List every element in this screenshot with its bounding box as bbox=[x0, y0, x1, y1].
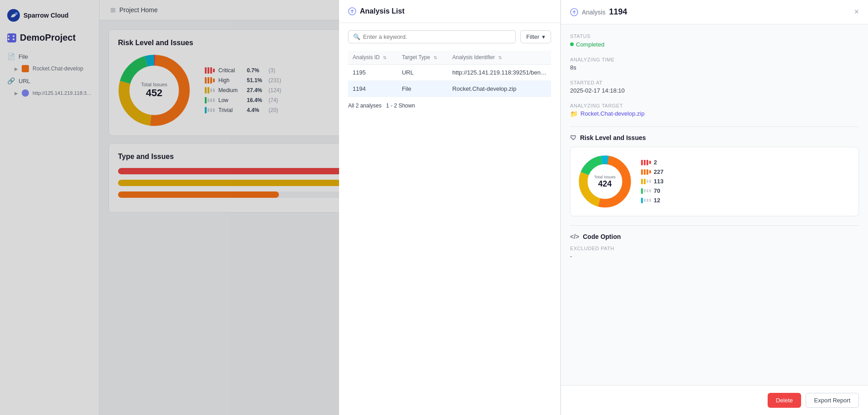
status-dot bbox=[570, 42, 574, 46]
search-input[interactable] bbox=[363, 33, 511, 40]
detail-started-value: 2025-02-17 14:18:10 bbox=[570, 87, 859, 94]
sort-icon-identifier: ⇅ bbox=[498, 55, 502, 60]
detail-target-section: Analyzing Target 📁 Rocket.Chat-develop.z… bbox=[570, 103, 859, 117]
th-analysis-identifier[interactable]: Analysis Identifier ⇅ bbox=[448, 51, 551, 65]
small-risk-legend: 2 227 bbox=[641, 159, 664, 204]
analysis-panel-body: 🔍 Filter ▾ Analysis ID ⇅ Target Type ⇅ bbox=[339, 23, 560, 415]
filter-chevron-icon: ▾ bbox=[542, 33, 545, 40]
detail-analysis-label: Analysis bbox=[582, 9, 605, 16]
code-option-heading: </> Code Option bbox=[570, 233, 859, 240]
sort-icon-id: ⇅ bbox=[383, 55, 387, 60]
detail-close-button[interactable]: × bbox=[854, 7, 859, 17]
detail-header: Analysis 1194 × bbox=[561, 0, 868, 24]
small-legend-medium: 113 bbox=[641, 178, 664, 185]
small-legend-high: 227 bbox=[641, 168, 664, 175]
delete-button[interactable]: Delete bbox=[768, 393, 801, 408]
search-filter-row: 🔍 Filter ▾ bbox=[348, 30, 551, 43]
detail-header-icon bbox=[570, 8, 578, 16]
filter-label: Filter bbox=[526, 33, 539, 40]
shield-icon: 🛡 bbox=[570, 134, 576, 141]
export-report-button[interactable]: Export Report bbox=[806, 393, 859, 408]
analysis-list-panel: Analysis List 🔍 Filter ▾ Analysis ID ⇅ bbox=[339, 0, 561, 415]
code-icon: </> bbox=[570, 233, 579, 240]
search-box[interactable]: 🔍 bbox=[348, 30, 516, 43]
code-option-title: Code Option bbox=[583, 233, 621, 240]
file-zip-icon: 📁 bbox=[570, 110, 578, 117]
small-donut-total-number: 424 bbox=[594, 179, 616, 188]
detail-target-filename: Rocket.Chat-develop.zip bbox=[580, 110, 645, 117]
detail-status-value: Completed bbox=[576, 41, 604, 48]
detail-status-section: Status Completed bbox=[570, 33, 859, 48]
row-1195-type: URL bbox=[397, 65, 448, 81]
small-donut-area: Total Issues 424 2 bbox=[578, 154, 851, 209]
table-footer: All 2 analyses 1 - 2 Shown bbox=[348, 103, 551, 109]
th-target-type-label: Target Type bbox=[402, 54, 430, 61]
small-legend-medium-bars bbox=[641, 179, 651, 184]
detail-body: Status Completed Analyzing Time 8s Start… bbox=[561, 24, 868, 385]
detail-footer: Delete Export Report bbox=[561, 385, 868, 415]
detail-target-label: Analyzing Target bbox=[570, 103, 859, 108]
detail-risk-section: 🛡 Risk Level and Issues bbox=[570, 134, 859, 216]
sort-icon-type: ⇅ bbox=[434, 55, 437, 60]
row-1195-id: 1195 bbox=[348, 65, 397, 81]
section-divider-2 bbox=[570, 225, 859, 226]
row-1194-id: 1194 bbox=[348, 81, 397, 97]
row-1195-identifier: http://125.141.219.118:39251/benchmark/B… bbox=[448, 65, 551, 81]
small-legend-trivial: 12 bbox=[641, 197, 664, 204]
row-1194-type: File bbox=[397, 81, 448, 97]
analysis-list-icon bbox=[348, 7, 356, 15]
detail-panel: Analysis 1194 × Status Completed Analyzi… bbox=[561, 0, 868, 415]
analysis-panel-title: Analysis List bbox=[360, 7, 405, 15]
row-1194-identifier: Rocket.Chat-develop.zip bbox=[448, 81, 551, 97]
filter-button[interactable]: Filter ▾ bbox=[520, 30, 551, 43]
small-donut-center: Total Issues 424 bbox=[594, 174, 616, 188]
small-donut-total-label: Total Issues bbox=[594, 174, 616, 179]
search-icon: 🔍 bbox=[353, 33, 360, 40]
detail-title-row: Analysis 1194 bbox=[570, 7, 627, 17]
small-legend-trivial-count: 12 bbox=[654, 197, 660, 204]
detail-time-label: Analyzing Time bbox=[570, 57, 859, 62]
analysis-panel-header: Analysis List bbox=[339, 0, 560, 23]
risk-detail-card: Total Issues 424 2 bbox=[570, 147, 859, 216]
table-row-1195[interactable]: 1195 URL http://125.141.219.118:39251/be… bbox=[348, 65, 551, 81]
small-legend-trivial-bars bbox=[641, 198, 651, 203]
th-analysis-identifier-label: Analysis Identifier bbox=[453, 54, 495, 61]
excluded-path-label: Excluded Path bbox=[570, 246, 859, 251]
table-total: All 2 analyses bbox=[348, 103, 382, 109]
small-legend-critical-bars bbox=[641, 160, 651, 165]
risk-section-heading: 🛡 Risk Level and Issues bbox=[570, 134, 859, 141]
small-legend-low: 70 bbox=[641, 187, 664, 194]
detail-status-label: Status bbox=[570, 33, 859, 39]
detail-time-value: 8s bbox=[570, 64, 859, 71]
overlay-backdrop bbox=[0, 0, 339, 415]
analysis-table: Analysis ID ⇅ Target Type ⇅ Analysis Ide… bbox=[348, 51, 551, 97]
small-legend-high-count: 227 bbox=[654, 168, 664, 175]
detail-time-section: Analyzing Time 8s bbox=[570, 57, 859, 71]
detail-analysis-id: 1194 bbox=[609, 7, 627, 17]
detail-status-badge: Completed bbox=[570, 41, 604, 48]
detail-code-option-section: </> Code Option Excluded Path - bbox=[570, 233, 859, 260]
detail-target-value: 📁 Rocket.Chat-develop.zip bbox=[570, 110, 859, 117]
excluded-path-value: - bbox=[570, 253, 859, 260]
detail-started-label: Started at bbox=[570, 80, 859, 85]
small-legend-medium-count: 113 bbox=[654, 178, 664, 185]
detail-started-section: Started at 2025-02-17 14:18:10 bbox=[570, 80, 859, 94]
table-row-1194[interactable]: 1194 File Rocket.Chat-develop.zip bbox=[348, 81, 551, 97]
risk-section-title: Risk Level and Issues bbox=[580, 134, 646, 141]
small-legend-high-bars bbox=[641, 169, 651, 175]
th-analysis-id-label: Analysis ID bbox=[353, 54, 380, 61]
table-header-row: Analysis ID ⇅ Target Type ⇅ Analysis Ide… bbox=[348, 51, 551, 65]
small-legend-low-bars bbox=[641, 188, 651, 194]
th-target-type[interactable]: Target Type ⇅ bbox=[397, 51, 448, 65]
small-legend-low-count: 70 bbox=[654, 187, 660, 194]
table-shown: 1 - 2 Shown bbox=[386, 103, 415, 109]
small-legend-critical-count: 2 bbox=[654, 159, 657, 166]
section-divider-1 bbox=[570, 126, 859, 127]
th-analysis-id[interactable]: Analysis ID ⇅ bbox=[348, 51, 397, 65]
small-donut-chart: Total Issues 424 bbox=[578, 154, 632, 209]
small-legend-critical: 2 bbox=[641, 159, 664, 166]
